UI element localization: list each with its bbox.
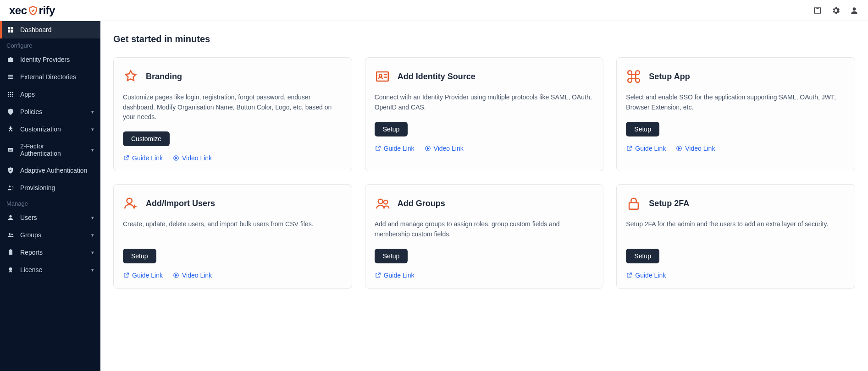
svg-point-22 xyxy=(9,233,11,235)
chevron-down-icon: ▾ xyxy=(91,267,94,273)
card-desc: Connect with an Identity Provider using … xyxy=(375,93,594,113)
card-branding: Branding Customize pages like login, reg… xyxy=(113,57,352,171)
svg-rect-24 xyxy=(9,250,12,255)
svg-rect-25 xyxy=(10,249,11,251)
sidebar-item-customization[interactable]: Customization ▾ xyxy=(0,120,100,138)
card-title: Setup 2FA xyxy=(649,199,689,208)
sidebar-item-label: Identity Providers xyxy=(20,56,94,63)
video-link[interactable]: Video Link xyxy=(425,145,464,152)
guide-link[interactable]: Guide Link xyxy=(123,272,163,279)
card-grid: Branding Customize pages like login, reg… xyxy=(113,57,855,289)
brand-right: rify xyxy=(39,4,55,17)
list-icon xyxy=(6,73,15,81)
guide-link[interactable]: Guide Link xyxy=(123,154,163,162)
puzzle-icon xyxy=(6,125,15,133)
setup-button[interactable]: Setup xyxy=(626,122,659,136)
card-identity-source: Add Identity Source Connect with an Iden… xyxy=(365,57,604,171)
sidebar-item-users[interactable]: Users ▾ xyxy=(0,209,100,226)
users-group-icon xyxy=(375,196,390,211)
svg-point-29 xyxy=(379,75,382,77)
video-link[interactable]: Video Link xyxy=(676,145,715,152)
card-title: Setup App xyxy=(649,72,690,82)
sidebar-item-label: Apps xyxy=(20,91,94,98)
svg-point-35 xyxy=(383,200,387,204)
svg-point-34 xyxy=(378,199,382,204)
sidebar-item-license[interactable]: License ▾ xyxy=(0,261,100,278)
book-icon[interactable] xyxy=(813,6,822,15)
sidebar-item-label: Customization xyxy=(20,125,86,133)
svg-rect-6 xyxy=(8,75,13,76)
svg-rect-1 xyxy=(8,27,10,29)
chevron-down-icon: ▾ xyxy=(91,147,94,153)
sidebar-section-configure: Configure xyxy=(0,38,100,51)
sidebar-item-apps[interactable]: Apps xyxy=(0,86,100,103)
svg-point-11 xyxy=(12,92,13,93)
sidebar-item-reports[interactable]: Reports ▾ xyxy=(0,244,100,261)
svg-rect-7 xyxy=(8,76,13,77)
topbar: xec rify xyxy=(0,0,868,21)
sidebar-item-label: 2-Factor Authentication xyxy=(20,142,86,157)
svg-rect-36 xyxy=(629,203,638,209)
svg-point-16 xyxy=(10,96,11,97)
svg-point-17 xyxy=(12,96,13,97)
setup-button[interactable]: Setup xyxy=(626,249,659,263)
svg-point-10 xyxy=(10,92,11,93)
guide-link[interactable]: Guide Link xyxy=(626,272,666,279)
svg-rect-28 xyxy=(376,72,388,81)
chevron-down-icon: ▾ xyxy=(91,232,94,238)
clipboard-icon xyxy=(6,248,15,256)
award-icon xyxy=(6,266,15,274)
keypad-icon: 123 xyxy=(6,146,15,154)
star-icon xyxy=(123,69,138,84)
svg-rect-8 xyxy=(8,78,13,79)
svg-point-20 xyxy=(9,186,11,187)
guide-link[interactable]: Guide Link xyxy=(375,145,415,152)
sidebar-item-groups[interactable]: Groups ▾ xyxy=(0,226,100,244)
sidebar-item-provisioning[interactable]: Provisioning xyxy=(0,179,100,196)
sidebar-item-label: License xyxy=(20,266,86,273)
user-icon[interactable] xyxy=(850,6,859,15)
svg-text:123: 123 xyxy=(9,149,12,151)
sidebar-item-adaptive-auth[interactable]: Adaptive Authentication xyxy=(0,162,100,179)
card-setup-2fa: Setup 2FA Setup 2FA for the admin and th… xyxy=(616,184,855,289)
briefcase-icon xyxy=(6,55,15,64)
card-desc: Create, update, delete users, and import… xyxy=(123,219,343,240)
brand-left: xec xyxy=(9,4,27,17)
id-card-icon xyxy=(375,69,390,84)
sidebar-item-label: External Directories xyxy=(20,73,94,81)
card-setup-app: Setup App Select and enable SSO for the … xyxy=(616,57,855,171)
grid-icon xyxy=(6,90,15,98)
guide-link[interactable]: Guide Link xyxy=(626,145,666,152)
command-icon xyxy=(626,69,641,84)
main-content: Get started in minutes Branding Customiz… xyxy=(100,21,868,371)
setup-button[interactable]: Setup xyxy=(375,122,408,136)
svg-point-26 xyxy=(9,267,12,271)
guide-link[interactable]: Guide Link xyxy=(375,272,415,279)
svg-point-13 xyxy=(10,94,11,95)
card-add-groups: Add Groups Add and manage groups to assi… xyxy=(365,184,604,289)
sidebar-item-label: Dashboard xyxy=(20,26,94,33)
customize-button[interactable]: Customize xyxy=(123,131,170,146)
sidebar-section-manage: Manage xyxy=(0,196,100,209)
sidebar-item-2fa[interactable]: 123 2-Factor Authentication ▾ xyxy=(0,138,100,162)
setup-button[interactable]: Setup xyxy=(375,249,408,263)
card-title: Add/Import Users xyxy=(146,199,215,208)
sidebar-item-dashboard[interactable]: Dashboard xyxy=(0,21,100,38)
video-link[interactable]: Video Link xyxy=(173,154,212,162)
sidebar-item-external-directories[interactable]: External Directories xyxy=(0,68,100,86)
svg-point-12 xyxy=(8,94,10,95)
user-sync-icon xyxy=(6,184,15,192)
card-desc: Customize pages like login, registration… xyxy=(123,93,343,122)
video-link[interactable]: Video Link xyxy=(173,272,212,279)
user-plus-icon xyxy=(123,196,138,211)
brand-logo[interactable]: xec rify xyxy=(9,4,55,17)
sidebar-item-identity-providers[interactable]: Identity Providers xyxy=(0,51,100,68)
sidebar-item-policies[interactable]: Policies ▾ xyxy=(0,103,100,120)
svg-rect-2 xyxy=(11,27,13,29)
sidebar-item-label: Policies xyxy=(20,108,86,115)
setup-button[interactable]: Setup xyxy=(123,249,156,263)
gear-icon[interactable] xyxy=(831,6,840,15)
svg-point-15 xyxy=(8,96,10,97)
card-desc: Select and enable SSO for the applicatio… xyxy=(626,93,846,113)
card-title: Add Groups xyxy=(398,199,445,208)
